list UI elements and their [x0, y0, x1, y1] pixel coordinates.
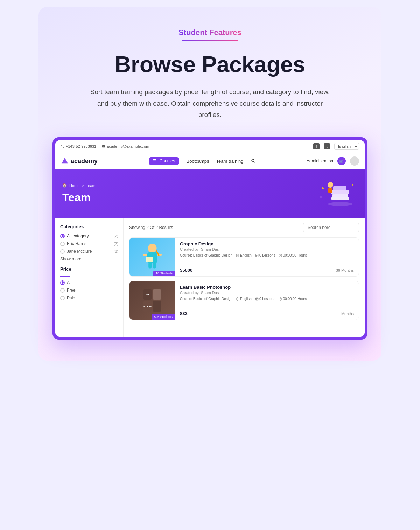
svg-marker-0	[62, 158, 68, 164]
course-thumb-graphic-design: 18 Students	[130, 238, 175, 276]
blog-block-my: MY	[144, 289, 152, 300]
course-lang-gd: English	[236, 253, 252, 257]
svg-point-8	[322, 187, 324, 189]
filter-jane-mcclure[interactable]: Jane Mcclure (2)	[60, 249, 118, 254]
cart-icon[interactable]: 🛒	[337, 157, 346, 165]
course-creator-ps: Created by: Sham Das	[180, 291, 354, 295]
course-meta-ps: Course: Basics of Graphic Design English…	[180, 297, 354, 301]
students-badge-ps: 825 Students	[152, 314, 175, 320]
nav-admin[interactable]: Administration	[307, 159, 333, 163]
svg-rect-5	[333, 186, 346, 190]
course-price-gd: $5000	[180, 267, 192, 273]
course-lessons-gd: 0 Lessons	[255, 253, 275, 257]
course-thumb-photoshop: MY BLOG 825 Students	[130, 281, 175, 320]
hero-illustration	[316, 178, 358, 209]
svg-rect-3	[332, 194, 348, 197]
breadcrumb-home[interactable]: Home	[69, 183, 79, 188]
show-more-button[interactable]: Show more	[60, 257, 118, 261]
email-icon	[102, 145, 105, 148]
clock-icon-ps	[279, 297, 282, 301]
graphic-design-illustration	[136, 241, 168, 273]
books-illustration	[316, 178, 358, 209]
svg-rect-18	[146, 257, 153, 262]
twitter-icon[interactable]: t	[324, 143, 330, 149]
course-duration-ps: Months	[341, 312, 354, 316]
course-hours-gd: 00:00:00 Hours	[279, 253, 307, 257]
course-hours-ps: 00:00:00 Hours	[279, 297, 307, 301]
radio-price-free[interactable]	[60, 288, 65, 293]
course-card-graphic-design[interactable]: 18 Students Graphic Design Created by: S…	[129, 237, 359, 277]
radio-all-category[interactable]	[60, 234, 65, 238]
svg-rect-7	[328, 188, 332, 193]
page-wrapper: Student Features Browse Packages Sort te…	[38, 7, 382, 361]
menu-icon: ☰	[153, 159, 157, 163]
filter-price-all[interactable]: All	[60, 280, 118, 285]
svg-rect-29	[255, 298, 258, 300]
filter-eric-harris[interactable]: Eric Harris (2)	[60, 241, 118, 246]
svg-rect-16	[153, 263, 156, 268]
lessons-icon	[255, 254, 259, 257]
content-area: Categories All category (2)	[55, 218, 365, 337]
top-bar-right: f t English	[313, 143, 359, 150]
breadcrumb-separator: >	[82, 183, 84, 188]
user-avatar[interactable]	[350, 156, 359, 166]
nav-bootcamps[interactable]: Bootcamps	[186, 159, 209, 164]
phone-info: +143-52-9933631	[61, 144, 96, 148]
filter-jane-mcclure-label: Jane Mcclure	[67, 249, 92, 254]
filter-eric-harris-count: (2)	[114, 242, 118, 246]
email-info: academy@example.com	[102, 144, 149, 148]
svg-rect-13	[143, 254, 147, 256]
course-price-row-gd: $5000 36 Months	[180, 267, 354, 273]
nav-courses[interactable]: ☰ Courses	[149, 157, 179, 165]
course-lessons-ps: 0 Lessons	[255, 297, 275, 301]
course-price-row-ps: $33 Months	[180, 311, 354, 316]
top-bar-left: +143-52-9933631 academy@example.com	[61, 144, 149, 148]
filter-price-paid[interactable]: Paid	[60, 295, 118, 300]
svg-rect-4	[331, 190, 349, 194]
nav-team-training[interactable]: Team training	[216, 159, 244, 164]
filter-price-free-label: Free	[67, 288, 76, 293]
nav-right: Administration 🛒	[307, 156, 359, 166]
filter-price-paid-label: Paid	[67, 295, 75, 300]
course-title-ps: Learn Basic Photoshop	[180, 285, 354, 290]
facebook-icon[interactable]: f	[313, 143, 320, 149]
svg-point-10	[320, 196, 322, 198]
language-icon	[236, 254, 239, 257]
price-divider	[60, 276, 70, 277]
language-select[interactable]: English	[334, 143, 359, 150]
filter-price-free[interactable]: Free	[60, 288, 118, 293]
logo-icon	[61, 157, 69, 165]
breadcrumb: 🏠 Home > Team	[62, 183, 96, 188]
phone-icon	[61, 145, 64, 148]
filter-eric-harris-label: Eric Harris	[67, 241, 86, 246]
nav-search-icon[interactable]	[251, 158, 255, 164]
radio-price-all[interactable]	[60, 280, 65, 285]
course-creator-gd: Created by: Sham Das	[180, 247, 354, 251]
search-input[interactable]	[303, 223, 359, 232]
results-count: Showing 2 Of 2 Results	[129, 225, 173, 230]
filter-all-category[interactable]: All category (2)	[60, 233, 118, 238]
course-duration-gd: 36 Months	[336, 268, 354, 272]
nav-links: ☰ Courses Bootcamps Team training	[149, 157, 255, 165]
course-price-ps: $33	[180, 311, 188, 316]
course-info-graphic-design: Graphic Design Created by: Sham Das Cour…	[175, 238, 359, 276]
section-underline	[182, 40, 238, 41]
hero-banner: 🏠 Home > Team Team	[55, 169, 365, 218]
svg-rect-2	[331, 197, 349, 200]
section-label-text: Student Features	[178, 28, 241, 37]
filter-all-category-count: (2)	[114, 234, 118, 238]
nav-logo[interactable]: academy	[61, 157, 98, 165]
breadcrumb-page: Team	[86, 183, 96, 188]
svg-rect-22	[255, 254, 258, 257]
course-card-photoshop[interactable]: MY BLOG 825 Students Learn Basic Photosh…	[129, 281, 359, 320]
browser-inner: +143-52-9933631 academy@example.com f t …	[55, 140, 365, 337]
course-info-photoshop: Learn Basic Photoshop Created by: Sham D…	[175, 281, 359, 320]
radio-eric-harris[interactable]	[60, 242, 65, 246]
price-title: Price	[60, 266, 118, 272]
blog-blocks: MY BLOG	[138, 284, 167, 317]
hero-left: 🏠 Home > Team Team	[62, 183, 96, 204]
svg-point-6	[328, 182, 333, 188]
radio-jane-mcclure[interactable]	[60, 249, 65, 254]
lessons-icon-ps	[255, 297, 259, 301]
radio-price-paid[interactable]	[60, 296, 65, 300]
